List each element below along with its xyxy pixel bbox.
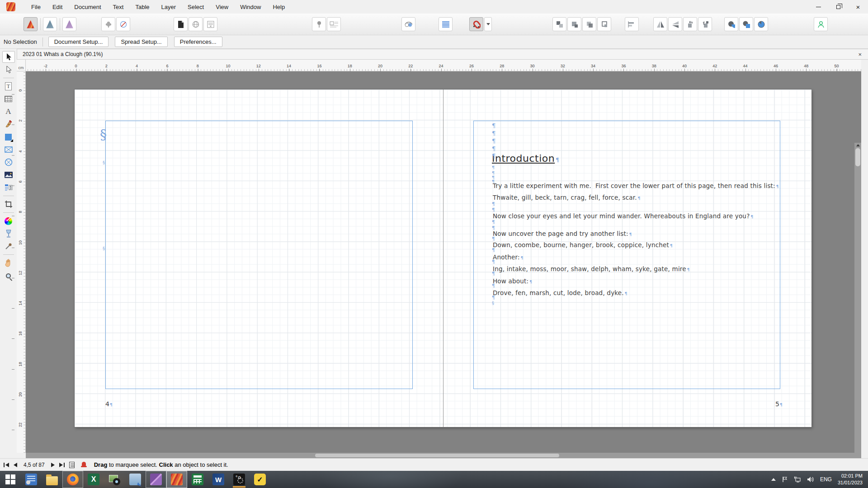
taskbar-affinity-photo[interactable] [146,471,166,488]
doc-body-line[interactable]: Drove, fen, marsh, cut, lode, broad, dyk… [493,289,627,296]
doc-body-line[interactable]: Now close your eyes and let your mind wa… [493,212,753,220]
document-tab[interactable]: 2023 01 Whats a Clough (90.1%) [23,51,103,57]
action-center-flag-icon[interactable] [782,476,788,483]
frame-text-tool[interactable]: T [2,80,15,92]
pages-icon[interactable] [69,462,75,468]
rotate-ccw-button[interactable] [683,17,697,31]
view-tool[interactable] [2,257,15,269]
spread-setup-button[interactable]: Spread Setup... [115,37,167,47]
horizontal-scroll-thumb[interactable] [315,454,559,457]
node-tool[interactable] [2,64,15,75]
vertical-scrollbar[interactable] [854,143,861,458]
move-to-back-button[interactable] [754,17,768,31]
artistic-text-tool[interactable]: A [2,106,15,117]
horizontal-scrollbar[interactable] [26,453,861,458]
vertical-scroll-thumb[interactable] [855,148,860,166]
alignment-button[interactable] [625,17,639,31]
menu-item-document[interactable]: Document [68,1,107,13]
doc-body-line[interactable]: How about: [493,277,532,285]
doc-body-line[interactable]: Try a little experiment with me. First c… [493,182,779,189]
insert-behind-button[interactable] [552,17,566,31]
menu-item-edit[interactable]: Edit [47,1,68,13]
document-canvas[interactable]: §§§ 4 Introduction Try a little experime… [26,71,861,458]
doc-body-line[interactable]: Down, coombe, bourne, hanger, brook, cop… [493,241,673,249]
left-text-frame[interactable] [105,121,413,389]
move-to-front-button[interactable] [724,17,738,31]
rectangle-tool[interactable] [2,131,15,143]
pin-button[interactable] [312,17,326,31]
menu-item-file[interactable]: File [25,1,47,13]
designer-persona-button[interactable] [43,17,57,31]
next-spread-button[interactable] [51,463,55,467]
taskbar-photos[interactable] [104,471,125,488]
table-tool[interactable] [2,93,15,105]
taskbar-calculator[interactable] [187,471,208,488]
taskbar-file-explorer[interactable] [42,471,62,488]
move-forward-button[interactable] [739,17,753,31]
preview-globe-button[interactable] [189,17,203,31]
doc-body-line[interactable]: Now uncover the page and try another lis… [493,230,632,237]
alert-bell-icon[interactable] [81,462,87,468]
taskbar-check-app[interactable]: ✓ [250,471,270,488]
vertical-ruler[interactable]: 0246810121416182022 [17,71,26,453]
doc-heading[interactable]: Introduction [492,153,559,164]
taskbar-gears-app[interactable] [229,471,250,488]
doc-body-line[interactable]: Another: [493,253,524,261]
insert-at-bottom-button[interactable] [597,17,611,31]
insert-inside-button[interactable] [567,17,581,31]
taskbar-media-pc[interactable] [125,471,146,488]
snapping-dropdown[interactable] [484,17,492,31]
page-spread[interactable]: §§§ 4 Introduction Try a little experime… [75,89,811,427]
rotate-cw-button[interactable] [698,17,712,31]
taskbar-firefox[interactable] [62,471,83,488]
taskbar-affinity-publisher[interactable] [166,471,187,488]
color-picker-tool[interactable] [2,240,15,252]
minimize-button[interactable] [808,0,828,14]
flip-vertical-button[interactable] [668,17,682,31]
account-button[interactable] [814,17,828,31]
first-spread-button[interactable] [4,463,9,467]
guides-button[interactable] [439,17,453,31]
taskbar-system-app[interactable] [21,471,42,488]
clock[interactable]: 02:01 PM 31/01/2023 [838,473,863,486]
restore-button[interactable] [828,0,848,14]
preview-fields-button[interactable] [203,17,217,31]
horizontal-ruler[interactable]: -202468101214161820222426283032343638404… [26,60,861,71]
preview-page-button[interactable] [174,17,188,31]
scroll-up-icon[interactable] [856,144,860,146]
start-button[interactable] [0,471,21,488]
zoom-tool[interactable] [2,270,15,282]
last-spread-button[interactable] [59,463,65,467]
no-style-button[interactable] [116,17,130,31]
snapping-button[interactable] [469,17,483,31]
speaker-icon[interactable] [807,476,814,483]
tab-close-icon[interactable]: × [858,51,862,58]
document-setup-button[interactable]: Document Setup... [48,37,109,47]
place-image-tool[interactable] [2,169,15,181]
flip-horizontal-button[interactable] [653,17,667,31]
doc-body-line[interactable]: Thwaite, gill, beck, tarn, crag, fell, f… [493,194,641,201]
picture-frame-rectangle-tool[interactable] [2,144,15,155]
menu-item-window[interactable]: Window [234,1,267,13]
insert-on-top-button[interactable] [582,17,596,31]
transparency-tool[interactable] [2,228,15,239]
preview-mode-button[interactable] [401,17,415,31]
menu-item-layer[interactable]: Layer [156,1,182,13]
menu-item-table[interactable]: Table [129,1,155,13]
menu-item-help[interactable]: Help [267,1,291,13]
picture-frame-ellipse-tool[interactable] [2,156,15,168]
language-indicator[interactable]: ENG [820,476,832,483]
stamp-button[interactable] [101,17,115,31]
photo-persona-button[interactable] [62,17,76,31]
move-tool[interactable] [2,51,15,63]
text-frame-options-button[interactable] [327,17,341,31]
taskbar-excel[interactable]: X [83,471,104,488]
tray-expand-icon[interactable] [771,478,776,481]
page-right[interactable]: Introduction Try a little experiment wit… [443,89,811,427]
network-icon[interactable] [794,476,801,483]
menu-item-text[interactable]: Text [107,1,130,13]
fill-tool[interactable] [2,215,15,227]
close-button[interactable]: × [848,0,868,14]
data-merge-tool[interactable] [2,182,15,193]
preferences-button[interactable]: Preferences... [174,37,222,47]
